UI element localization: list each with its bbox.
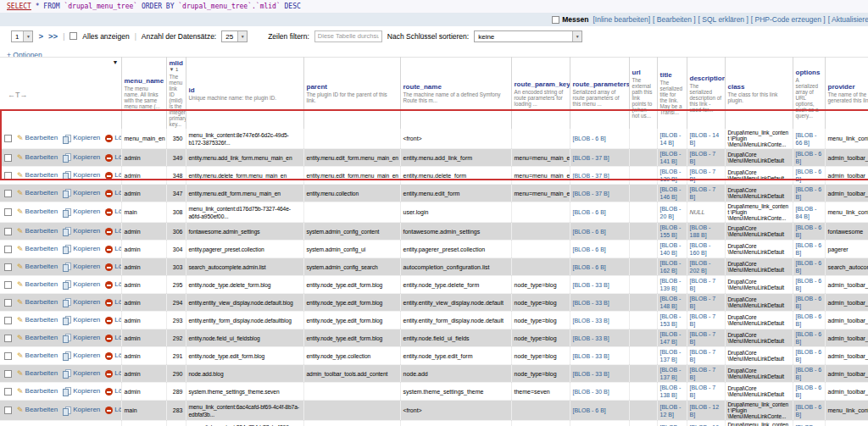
rows-count-select[interactable]: 25▼ <box>221 30 248 42</box>
blob-link[interactable]: [BLOB - 137 B] <box>660 367 682 380</box>
blob-link[interactable]: [BLOB - 6 B] <box>796 169 822 182</box>
blob-link[interactable]: [BLOB - 6 B] <box>573 136 606 141</box>
delete-row-link[interactable]: Löschen <box>114 387 121 395</box>
copy-row-link[interactable]: Kopieren <box>73 387 100 395</box>
copy-row-link[interactable]: Kopieren <box>73 245 100 252</box>
column-title-provider[interactable]: provider <box>828 83 868 91</box>
copy-row-link[interactable]: Kopieren <box>73 189 100 196</box>
row-select-checkbox[interactable] <box>4 281 12 289</box>
row-select-checkbox[interactable] <box>4 335 12 342</box>
blob-link[interactable]: [BLOB - 6 B] <box>796 242 822 256</box>
blob-link[interactable]: [BLOB - 6 B] <box>573 264 606 270</box>
delete-row-link[interactable]: Löschen <box>114 134 121 141</box>
query-toolbar-link[interactable]: [ Aktualisieren] <box>828 15 868 24</box>
blob-link[interactable]: [BLOB - 33 B] <box>573 371 609 377</box>
blob-link[interactable]: [BLOB - 33 B] <box>573 282 609 288</box>
page-select[interactable]: 1▼ <box>11 30 33 42</box>
blob-link[interactable]: [BLOB - 37 B] <box>573 155 609 161</box>
show-all-checkbox[interactable] <box>70 32 77 40</box>
row-select-checkbox[interactable] <box>4 317 12 324</box>
blob-link[interactable]: [BLOB - 155 B] <box>660 224 682 238</box>
copy-row-link[interactable]: Kopieren <box>73 406 100 413</box>
blob-link[interactable]: [BLOB - 7 B] <box>690 296 716 309</box>
query-toolbar-link[interactable]: [ Bearbeiten ] <box>653 15 696 24</box>
delete-row-link[interactable]: Löschen <box>114 171 121 179</box>
blob-link[interactable]: [BLOB - 160 B] <box>690 242 711 256</box>
blob-link[interactable]: [BLOB - 146 B] <box>660 186 682 200</box>
column-title-mlid[interactable]: mlid <box>170 59 183 67</box>
delete-row-link[interactable]: Löschen <box>114 406 121 413</box>
delete-row-link[interactable]: Löschen <box>114 189 121 196</box>
filter-input[interactable] <box>314 30 382 42</box>
blob-link[interactable]: [BLOB - 6 B] <box>796 278 822 291</box>
row-select-checkbox[interactable] <box>4 246 12 253</box>
column-title-route_name[interactable]: route_name <box>403 83 509 91</box>
blob-link[interactable]: [BLOB - 6 B] <box>796 186 822 200</box>
blob-link[interactable]: [BLOB - 6 B] <box>796 296 822 309</box>
column-title-route_param_key[interactable]: route_param_key <box>515 80 567 88</box>
blob-link[interactable]: [BLOB - 202 B] <box>690 260 711 274</box>
blob-link[interactable]: [BLOB - 6 B] <box>796 367 822 380</box>
column-title-route_parameters[interactable]: route_parameters <box>573 80 626 88</box>
copy-row-link[interactable]: Kopieren <box>73 171 100 179</box>
blob-link[interactable]: [BLOB - 30 B] <box>573 389 609 395</box>
blob-link[interactable]: [BLOB - 139 B] <box>660 169 682 182</box>
blob-link[interactable]: [BLOB - 138 B] <box>660 385 682 398</box>
delete-row-link[interactable]: Löschen <box>114 334 121 341</box>
column-title-url[interactable]: url <box>632 69 654 76</box>
copy-row-link[interactable]: Kopieren <box>73 334 100 341</box>
blob-link[interactable]: [BLOB - 7 B] <box>690 385 716 398</box>
edit-row-link[interactable]: Bearbeiten <box>25 298 58 306</box>
column-title-options[interactable]: options <box>796 69 822 76</box>
edit-row-link[interactable]: Bearbeiten <box>25 351 58 359</box>
edit-row-link[interactable]: Bearbeiten <box>25 153 58 161</box>
copy-row-link[interactable]: Kopieren <box>73 134 100 141</box>
sort-select[interactable]: keine▼ <box>474 30 582 42</box>
delete-row-link[interactable]: Löschen <box>114 369 121 377</box>
row-select-checkbox[interactable] <box>4 172 12 180</box>
profiling-checkbox[interactable] <box>552 16 559 24</box>
blob-link[interactable]: [BLOB - 139 B] <box>660 278 682 291</box>
column-title-class[interactable]: class <box>728 83 790 91</box>
delete-row-link[interactable]: Löschen <box>114 245 121 252</box>
query-toolbar-link[interactable]: [Inline bearbeiten] <box>593 15 650 24</box>
row-select-checkbox[interactable] <box>4 190 12 197</box>
delete-row-link[interactable]: Löschen <box>114 207 121 215</box>
blob-link[interactable]: [BLOB - 162 B] <box>660 260 682 274</box>
blob-link[interactable]: [BLOB - 148 B] <box>660 296 682 309</box>
blob-link[interactable]: [BLOB - 6 B] <box>796 331 822 345</box>
edit-row-link[interactable]: Bearbeiten <box>25 227 58 235</box>
blob-link[interactable]: [BLOB - 141 B] <box>660 151 682 164</box>
blob-link[interactable]: [BLOB - 12 B] <box>660 404 682 418</box>
blob-link[interactable]: [BLOB - 37 B] <box>573 191 609 196</box>
delete-row-link[interactable]: Löschen <box>114 227 121 235</box>
blob-link[interactable]: [BLOB - 7 B] <box>690 151 716 164</box>
delete-row-link[interactable]: Löschen <box>114 351 121 359</box>
blob-link[interactable]: [BLOB - 7 B] <box>690 186 716 200</box>
blob-link[interactable]: [BLOB - 6 B] <box>796 313 822 327</box>
blob-link[interactable]: [BLOB - 33 B] <box>573 318 609 324</box>
copy-row-link[interactable]: Kopieren <box>73 263 100 270</box>
copy-row-link[interactable]: Kopieren <box>73 153 100 161</box>
row-select-checkbox[interactable] <box>4 263 12 271</box>
edit-row-link[interactable]: Bearbeiten <box>25 387 58 395</box>
next-page-link[interactable]: > <box>38 31 43 41</box>
blob-link[interactable]: [BLOB - 6 B] <box>796 151 822 164</box>
edit-row-link[interactable]: Bearbeiten <box>25 245 58 252</box>
column-title-description[interactable]: description <box>690 75 722 82</box>
row-select-checkbox[interactable] <box>4 154 12 162</box>
blob-link[interactable]: [BLOB - 7 B] <box>690 331 716 345</box>
copy-row-link[interactable]: Kopieren <box>73 227 100 235</box>
last-page-link[interactable]: >> <box>48 31 58 41</box>
blob-link[interactable]: [BLOB - 153 B] <box>660 313 682 327</box>
blob-link[interactable]: [BLOB - 7 B] <box>690 367 716 380</box>
copy-row-link[interactable]: Kopieren <box>73 351 100 359</box>
blob-link[interactable]: [BLOB - 6 B] <box>796 404 822 418</box>
row-select-checkbox[interactable] <box>4 407 12 414</box>
column-title-title[interactable]: title <box>660 71 684 79</box>
delete-row-link[interactable]: Löschen <box>114 316 121 324</box>
blob-link[interactable]: [BLOB - 147 B] <box>660 331 682 345</box>
edit-row-link[interactable]: Bearbeiten <box>25 334 58 341</box>
copy-row-link[interactable]: Kopieren <box>73 207 100 215</box>
blob-link[interactable]: [BLOB - 7 B] <box>690 349 716 362</box>
